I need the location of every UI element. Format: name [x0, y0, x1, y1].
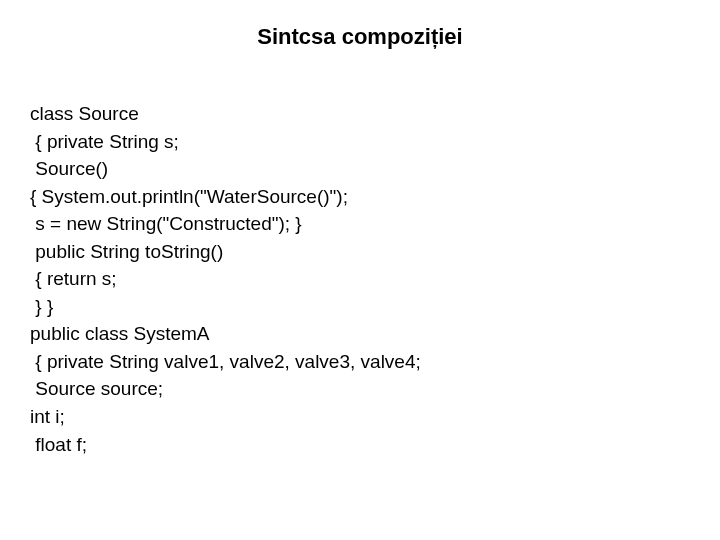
- code-line: Source source;: [30, 375, 720, 403]
- code-line: Source(): [30, 155, 720, 183]
- code-line: { System.out.println("WaterSource()");: [30, 183, 720, 211]
- code-line: class Source: [30, 100, 720, 128]
- code-line: } }: [30, 293, 720, 321]
- code-line: { return s;: [30, 265, 720, 293]
- code-line: s = new String("Constructed"); }: [30, 210, 720, 238]
- code-line: { private String valve1, valve2, valve3,…: [30, 348, 720, 376]
- code-line: public String toString(): [30, 238, 720, 266]
- code-line: float f;: [30, 431, 720, 459]
- code-block: class Source { private String s; Source(…: [0, 58, 720, 458]
- code-line: int i;: [30, 403, 720, 431]
- page-title: Sintcsa compoziției: [0, 0, 720, 58]
- code-line: public class SystemA: [30, 320, 720, 348]
- code-line: { private String s;: [30, 128, 720, 156]
